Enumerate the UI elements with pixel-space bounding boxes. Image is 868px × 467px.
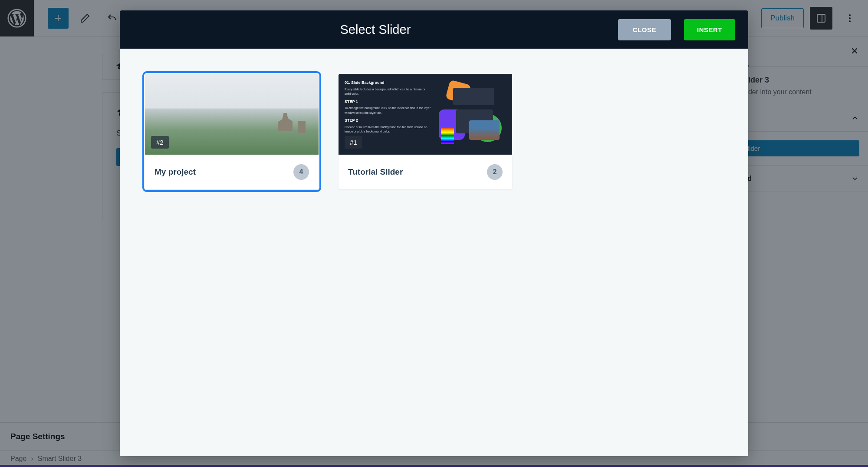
close-button[interactable]: CLOSE [618, 19, 671, 40]
slider-name: My project [155, 167, 196, 177]
slider-name: Tutorial Slider [348, 167, 403, 177]
slider-slide-count: 2 [487, 164, 503, 180]
slider-slide-count: 4 [293, 164, 309, 180]
slider-card-tutorial[interactable]: 01. Slide Background Every slide include… [339, 74, 512, 189]
modal-overlay[interactable]: Select Slider CLOSE INSERT #2 My project… [0, 0, 868, 467]
slider-id-badge: #1 [345, 136, 362, 149]
insert-button[interactable]: INSERT [684, 19, 735, 40]
modal-title: Select Slider [133, 23, 618, 37]
slider-id-badge: #2 [151, 136, 169, 149]
slider-card-my-project[interactable]: #2 My project 4 [145, 74, 319, 189]
select-slider-modal: Select Slider CLOSE INSERT #2 My project… [120, 10, 748, 456]
